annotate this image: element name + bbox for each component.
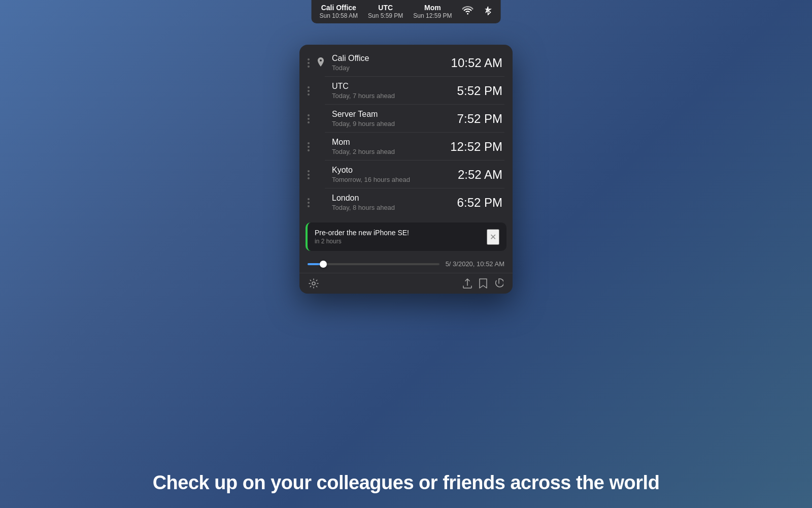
share-button[interactable] <box>463 278 472 289</box>
menubar: Cali Office Sun 10:58 AM UTC Sun 5:59 PM… <box>312 0 501 23</box>
time-slider[interactable] <box>308 263 439 265</box>
slider-thumb[interactable] <box>320 261 327 268</box>
time-slider-row: 5/ 3/2020, 10:52 AM <box>299 255 513 273</box>
tz-info-server-team: Server Team Today, 9 hours ahead <box>332 110 457 128</box>
menubar-zone-utc[interactable]: UTC Sun 5:59 PM <box>368 3 403 20</box>
tz-info-utc: UTC Today, 7 hours ahead <box>332 82 457 100</box>
tz-name-kyoto: Kyoto <box>332 166 458 175</box>
tz-sub-utc: Today, 7 hours ahead <box>332 92 457 100</box>
timezone-row-server-team[interactable]: Server Team Today, 9 hours ahead 7:52 PM <box>299 105 513 133</box>
drag-handle-london[interactable] <box>308 198 310 207</box>
timezone-widget: Cali Office Today 10:52 AM UTC Today, 7 … <box>299 45 513 294</box>
timezone-row-london[interactable]: London Today, 8 hours ahead 6:52 PM <box>299 188 513 216</box>
tz-name-london: London <box>332 194 457 203</box>
tz-info-mom: Mom Today, 2 hours ahead <box>332 138 450 155</box>
bluetooth-icon[interactable] <box>483 6 492 17</box>
tagline: Check up on your colleagues or friends a… <box>0 472 812 494</box>
drag-handle-kyoto[interactable] <box>308 170 310 179</box>
tz-time-kyoto: 2:52 AM <box>458 168 502 182</box>
menubar-zone-mom-name: Mom <box>424 3 441 12</box>
menubar-zone-utc-name: UTC <box>378 3 393 12</box>
tz-sub-mom: Today, 2 hours ahead <box>332 148 450 155</box>
tz-sub-london: Today, 8 hours ahead <box>332 204 457 211</box>
location-icon <box>316 57 326 69</box>
tz-name-cali: Cali Office <box>332 54 451 63</box>
tz-sub-server-team: Today, 9 hours ahead <box>332 120 457 128</box>
drag-handle-utc[interactable] <box>308 86 310 96</box>
menubar-zone-cali-time: Sun 10:58 AM <box>320 12 358 20</box>
drag-handle-cali[interactable] <box>308 58 310 68</box>
notification-sub: in 2 hours <box>315 238 409 245</box>
timezone-list: Cali Office Today 10:52 AM UTC Today, 7 … <box>299 45 513 220</box>
toolbar-right <box>463 278 503 289</box>
tz-info-cali: Cali Office Today <box>332 54 451 72</box>
slider-date-label: 5/ 3/2020, 10:52 AM <box>446 260 504 268</box>
tz-time-cali: 10:52 AM <box>451 56 502 70</box>
notification-banner: Pre-order the new iPhone SE! in 2 hours … <box>306 223 506 251</box>
tz-info-london: London Today, 8 hours ahead <box>332 194 457 211</box>
timezone-row-mom[interactable]: Mom Today, 2 hours ahead 12:52 PM <box>299 133 513 161</box>
bookmark-button[interactable] <box>479 278 487 289</box>
tz-time-server-team: 7:52 PM <box>457 112 502 126</box>
menubar-zone-mom[interactable]: Mom Sun 12:59 PM <box>413 3 452 20</box>
timezone-row-kyoto[interactable]: Kyoto Tomorrow, 16 hours ahead 2:52 AM <box>299 161 513 188</box>
notification-close-button[interactable]: ✕ <box>487 229 499 245</box>
drag-handle-server-team[interactable] <box>308 114 310 123</box>
svg-marker-0 <box>486 7 490 15</box>
tz-sub-cali: Today <box>332 64 451 72</box>
tz-name-mom: Mom <box>332 138 450 147</box>
tz-name-server-team: Server Team <box>332 110 457 119</box>
tz-info-kyoto: Kyoto Tomorrow, 16 hours ahead <box>332 166 458 183</box>
notification-title: Pre-order the new iPhone SE! <box>315 229 409 237</box>
tz-time-utc: 5:52 PM <box>457 84 502 98</box>
drag-handle-mom[interactable] <box>308 142 310 151</box>
toolbar-left <box>309 278 319 289</box>
wifi-icon[interactable] <box>462 6 473 17</box>
menubar-zone-mom-time: Sun 12:59 PM <box>413 12 452 20</box>
power-button[interactable] <box>494 278 503 289</box>
svg-point-1 <box>312 282 315 285</box>
widget-toolbar <box>299 273 513 294</box>
notification-content: Pre-order the new iPhone SE! in 2 hours <box>315 229 409 245</box>
tz-name-utc: UTC <box>332 82 457 91</box>
tz-time-mom: 12:52 PM <box>450 140 502 154</box>
timezone-row-utc[interactable]: UTC Today, 7 hours ahead 5:52 PM <box>299 77 513 105</box>
menubar-zone-cali-name: Cali Office <box>321 3 356 12</box>
tz-sub-kyoto: Tomorrow, 16 hours ahead <box>332 176 458 183</box>
tz-time-london: 6:52 PM <box>457 196 502 210</box>
menubar-zone-utc-time: Sun 5:59 PM <box>368 12 403 20</box>
timezone-row-cali[interactable]: Cali Office Today 10:52 AM <box>299 49 513 77</box>
settings-button[interactable] <box>309 278 319 289</box>
menubar-zone-cali[interactable]: Cali Office Sun 10:58 AM <box>320 3 358 20</box>
